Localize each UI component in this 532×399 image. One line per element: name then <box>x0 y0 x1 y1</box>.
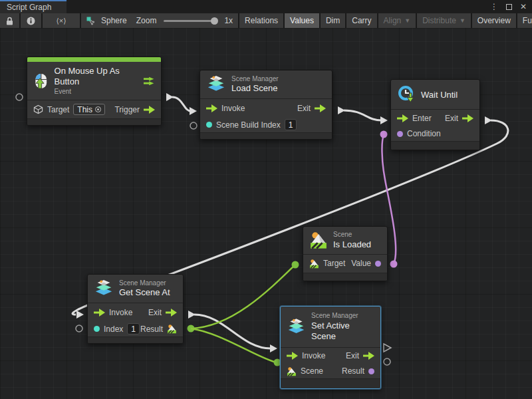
flow-out-icon[interactable] <box>166 309 177 317</box>
scene-build-index-field[interactable]: 1 <box>285 119 297 130</box>
port-label-scene: Scene <box>301 366 323 376</box>
flow-in-icon[interactable] <box>94 309 105 317</box>
port-label-scene-build-index: Scene Build Index <box>216 120 281 130</box>
index-field[interactable]: 1 <box>127 323 140 334</box>
value-port-icon[interactable] <box>375 261 381 267</box>
node-title: Get Scene At <box>119 287 170 298</box>
flow-out-icon[interactable] <box>363 352 374 360</box>
value-port-icon[interactable] <box>397 131 403 137</box>
scene-icon <box>309 231 328 249</box>
node-caption: Scene Manager <box>231 75 279 84</box>
graph-pointer-icon <box>86 17 96 25</box>
port-label-enter: Enter <box>412 114 432 123</box>
chevron-down-icon: ▼ <box>460 17 466 24</box>
graph-canvas[interactable]: On Mouse Up As Button Event Target This <box>0 28 532 399</box>
info-button[interactable] <box>21 13 41 28</box>
port-label-exit: Exit <box>297 104 311 113</box>
zoom-slider[interactable] <box>164 20 217 22</box>
carry-button[interactable]: Carry <box>346 13 376 28</box>
port-label-invoke: Invoke <box>221 104 245 113</box>
scene-port-icon[interactable] <box>287 366 297 376</box>
node-load-scene[interactable]: Scene Manager Load Scene Invoke Exit <box>200 70 332 140</box>
flow-in-icon[interactable] <box>206 104 217 112</box>
node-wait-until[interactable]: Wait Until Enter Exit <box>390 79 480 150</box>
port-label-value: Value <box>351 259 371 268</box>
port-unconnected-target[interactable] <box>16 94 23 100</box>
overview-button[interactable]: Overview <box>472 13 516 28</box>
node-subtitle: Event <box>55 88 138 96</box>
distribute-button[interactable]: Distribute▼ <box>417 13 471 28</box>
flow-in-icon[interactable] <box>287 352 298 360</box>
value-port-icon[interactable] <box>368 368 374 374</box>
edit-source-button[interactable]: ⟨×⟩ <box>43 13 80 28</box>
node-get-scene-at[interactable]: Scene Manager Get Scene At Invoke Exit <box>87 274 184 344</box>
port-label-exit: Exit <box>346 351 359 360</box>
port-label-result: Result <box>342 366 364 376</box>
scene-manager-icon <box>287 317 306 337</box>
flow-in-icon[interactable] <box>397 114 408 122</box>
align-button[interactable]: Align▼ <box>378 13 416 28</box>
value-port-icon[interactable] <box>94 326 100 332</box>
port-label-condition: Condition <box>407 129 441 138</box>
port-label-result: Result <box>140 325 163 334</box>
gameobject-cube-icon <box>33 104 43 114</box>
port-unconnected-result[interactable] <box>384 358 390 365</box>
code-icon: ⟨×⟩ <box>56 17 66 25</box>
event-accent-bar <box>27 57 161 62</box>
node-on-mouse-up[interactable]: On Mouse Up As Button Event Target This <box>27 57 162 126</box>
scene-port-icon[interactable] <box>309 259 319 269</box>
port-unconnected-exit[interactable] <box>384 344 391 352</box>
maximize-icon[interactable] <box>506 4 512 10</box>
node-title: Load Scene <box>231 83 279 94</box>
node-title: Is Loaded <box>333 239 371 250</box>
node-is-loaded[interactable]: Scene Is Loaded Target Value <box>303 226 388 281</box>
target-value-field[interactable]: This <box>73 104 105 115</box>
node-title: Wait Until <box>421 90 458 100</box>
values-button[interactable]: Values <box>285 13 319 28</box>
wire-trigger-to-loadscene[interactable] <box>166 93 197 115</box>
port-label-invoke: Invoke <box>109 308 132 317</box>
dim-button[interactable]: Dim <box>321 13 345 28</box>
wire-loadscene-to-waituntil[interactable] <box>338 106 388 124</box>
node-title: Set Active Scene <box>311 321 374 342</box>
mouse-up-icon <box>33 72 49 90</box>
info-icon <box>27 17 35 25</box>
port-label-exit: Exit <box>148 308 162 317</box>
port-label-target: Target <box>47 105 69 114</box>
node-caption: Scene Manager <box>119 279 170 288</box>
zoom-slider-handle[interactable] <box>211 17 218 25</box>
port-label-trigger: Trigger <box>114 105 140 114</box>
toolbar-main-segment: Sphere Zoom 1x <box>81 13 238 28</box>
zoom-label: Zoom <box>136 16 157 25</box>
node-caption: Scene Manager <box>311 312 374 321</box>
node-title: On Mouse Up As Button <box>55 66 138 88</box>
scene-port-icon[interactable] <box>167 324 177 334</box>
fullscreen-button[interactable]: Full Screen <box>517 13 532 28</box>
flow-out-icon[interactable] <box>315 104 326 112</box>
tab-script-graph[interactable]: Script Graph <box>0 0 66 13</box>
wait-until-clock-icon <box>397 85 416 104</box>
lock-button[interactable] <box>0 13 19 28</box>
node-set-active-scene[interactable]: Scene Manager Set Active Scene Invoke Ex… <box>280 306 381 389</box>
coroutine-icon <box>144 76 155 86</box>
lock-icon <box>6 17 13 25</box>
menu-icon[interactable]: ⋮ <box>490 2 498 11</box>
relations-button[interactable]: Relations <box>239 13 283 28</box>
port-unconnected-scenebuildindex[interactable] <box>190 122 197 129</box>
graph-toolbar: ⟨×⟩ Sphere Zoom 1x Relations Values Dim … <box>0 13 532 28</box>
port-label-target: Target <box>323 259 345 268</box>
port-unconnected-index[interactable] <box>76 325 82 332</box>
zoom-value: 1x <box>224 16 233 25</box>
flow-out-icon[interactable] <box>144 106 155 114</box>
node-caption: Scene <box>333 231 371 239</box>
value-port-icon[interactable] <box>206 122 212 128</box>
flow-out-icon[interactable] <box>462 114 473 122</box>
port-label-invoke: Invoke <box>302 351 325 360</box>
scene-manager-icon <box>206 74 226 94</box>
graph-owner-name: Sphere <box>101 16 127 25</box>
scene-manager-icon <box>94 279 114 299</box>
close-icon[interactable]: ✕ <box>520 2 527 11</box>
port-label-index: Index <box>104 325 123 334</box>
chevron-down-icon: ▼ <box>404 17 410 24</box>
object-picker-icon[interactable] <box>95 106 101 112</box>
